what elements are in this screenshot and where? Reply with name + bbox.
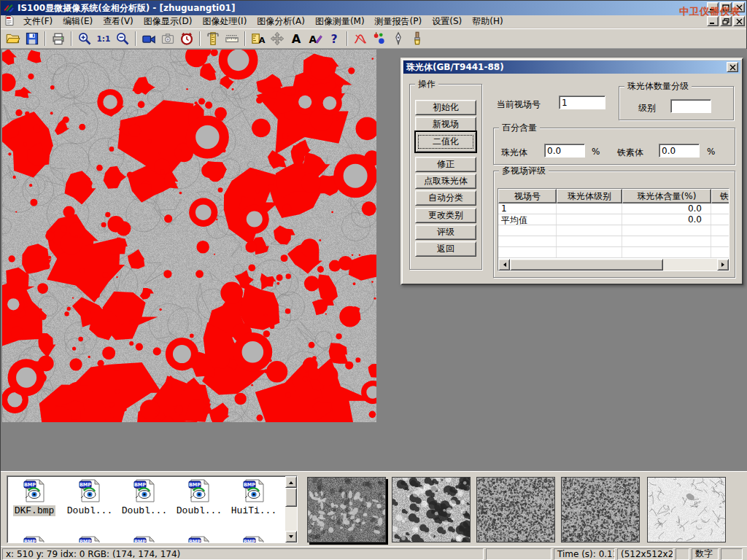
thumbnail-3[interactable] bbox=[561, 477, 640, 542]
dialog-close-icon[interactable] bbox=[727, 62, 738, 72]
scroll-left-icon[interactable] bbox=[498, 259, 510, 271]
op-button-6[interactable]: 更改类别 bbox=[415, 208, 476, 223]
op-button-2[interactable]: 二值化 bbox=[415, 131, 476, 152]
file-list-scrollbar[interactable] bbox=[285, 476, 297, 542]
file-item-1[interactable]: BMPDoubl... bbox=[63, 478, 116, 516]
op-button-7[interactable]: 评级 bbox=[415, 225, 476, 240]
pearlite-percent-input[interactable]: 0.0 bbox=[544, 144, 585, 158]
op-button-1[interactable]: 新视场 bbox=[415, 117, 476, 132]
measure-text-icon[interactable]: A bbox=[249, 30, 268, 47]
rating-table-cell bbox=[498, 247, 557, 257]
scroll-thumb[interactable] bbox=[510, 259, 663, 271]
child-close-button[interactable] bbox=[733, 16, 745, 26]
file-item-2[interactable]: BMPDoubl... bbox=[118, 478, 171, 516]
scroll-up-icon[interactable] bbox=[285, 476, 297, 488]
thumbnail-0[interactable] bbox=[307, 477, 386, 542]
application-window: IS100显微摄像系统(金相分析版) - [zhuguangti01] 中卫仪器… bbox=[0, 0, 747, 560]
rating-table-cell bbox=[711, 225, 729, 236]
document-icon[interactable] bbox=[4, 15, 15, 28]
bottom-panel: BMPDKF.bmpBMPDoubl...BMPDoubl...BMPDoubl… bbox=[1, 471, 747, 546]
rating-table-row[interactable] bbox=[498, 236, 729, 247]
title-bar: IS100显微摄像系统(金相分析版) - [zhuguangti01] bbox=[1, 1, 746, 15]
menu-item-1[interactable]: 编辑(E) bbox=[58, 15, 98, 27]
dialog-title-bar: 珠光体(GB/T9441-88) bbox=[403, 61, 740, 74]
file-item-row2-0[interactable]: BMP bbox=[8, 535, 61, 543]
timer-icon[interactable] bbox=[177, 30, 196, 47]
op-button-8[interactable]: 返回 bbox=[415, 241, 476, 257]
grade-level-input[interactable] bbox=[670, 99, 711, 113]
curve-tool-icon[interactable] bbox=[351, 30, 370, 47]
move-tool-icon[interactable] bbox=[268, 30, 287, 47]
status-blank-2 bbox=[676, 548, 689, 560]
file-item-3[interactable]: BMPDoubl... bbox=[173, 478, 225, 516]
zoom-out-icon[interactable] bbox=[113, 30, 132, 47]
child-restore-button[interactable] bbox=[720, 16, 732, 26]
op-button-0[interactable]: 初始化 bbox=[415, 100, 476, 115]
rating-table-row[interactable] bbox=[498, 225, 729, 236]
op-button-4[interactable]: 点取珠光体 bbox=[415, 174, 476, 189]
scroll-thumb[interactable] bbox=[285, 488, 297, 507]
menu-item-6[interactable]: 图像测量(M) bbox=[310, 15, 370, 27]
file-item-0[interactable]: BMPDKF.bmp bbox=[8, 478, 61, 516]
thumbnail-4[interactable] bbox=[647, 477, 726, 542]
rating-table-cell bbox=[711, 247, 729, 257]
rating-table-row[interactable]: 平均值0.0 bbox=[498, 214, 729, 225]
help-icon[interactable]: ? bbox=[325, 30, 344, 47]
menu-item-3[interactable]: 图像显示(D) bbox=[139, 15, 198, 27]
child-minimize-button[interactable] bbox=[707, 16, 719, 26]
bmp-file-icon: BMP bbox=[187, 495, 212, 505]
menu-item-4[interactable]: 图像处理(I) bbox=[197, 15, 252, 27]
menu-item-2[interactable]: 查看(V) bbox=[98, 15, 139, 27]
grade-group-label: 珠光体数量分级 bbox=[624, 81, 692, 91]
thumbnail-1[interactable] bbox=[392, 477, 471, 542]
file-item-row2-2[interactable]: BMP bbox=[118, 535, 171, 543]
scroll-track[interactable] bbox=[285, 507, 297, 531]
actual-size-icon[interactable]: 1:1 bbox=[94, 30, 113, 47]
scroll-down-icon[interactable] bbox=[285, 531, 297, 542]
rating-table-row[interactable]: 10.0 bbox=[498, 203, 729, 214]
print-icon[interactable] bbox=[49, 30, 68, 47]
save-icon[interactable] bbox=[23, 30, 42, 47]
menu-item-8[interactable]: 设置(S) bbox=[427, 15, 467, 27]
op-button-5[interactable]: 自动分类 bbox=[415, 190, 476, 206]
toolbar: 1:1AAA? bbox=[1, 28, 746, 49]
scroll-track[interactable] bbox=[663, 259, 717, 271]
brush-icon[interactable] bbox=[408, 30, 427, 47]
metallographic-image[interactable] bbox=[2, 50, 376, 422]
menu-item-0[interactable]: 文件(F) bbox=[18, 15, 58, 27]
menu-bar: 文件(F)编辑(E)查看(V)图像显示(D)图像处理(I)图像分析(A)图像测量… bbox=[1, 15, 746, 28]
photo-camera-icon[interactable] bbox=[158, 30, 177, 47]
open-icon[interactable] bbox=[4, 30, 23, 47]
rating-table-cell bbox=[498, 236, 557, 246]
menu-item-7[interactable]: 测量报告(P) bbox=[370, 15, 427, 27]
status-mode: 数字 bbox=[692, 548, 719, 560]
annotate-icon[interactable]: A bbox=[306, 30, 325, 47]
zoom-in-icon[interactable] bbox=[75, 30, 94, 47]
text-icon[interactable]: A bbox=[287, 30, 306, 47]
file-item-row2-4[interactable]: BMP bbox=[228, 535, 280, 543]
svg-text:A: A bbox=[309, 34, 317, 45]
caliper-icon[interactable] bbox=[204, 30, 222, 47]
maximize-button[interactable] bbox=[720, 2, 732, 12]
video-camera-icon[interactable] bbox=[139, 30, 158, 47]
rating-table-cell bbox=[622, 236, 711, 246]
classify-icon[interactable] bbox=[370, 30, 389, 47]
table-horizontal-scrollbar[interactable] bbox=[498, 259, 729, 271]
menu-item-5[interactable]: 图像分析(A) bbox=[252, 15, 310, 27]
rating-table-row[interactable] bbox=[498, 247, 729, 258]
pen-icon[interactable] bbox=[389, 30, 408, 47]
minimize-button[interactable] bbox=[707, 2, 719, 12]
file-item-4[interactable]: BMPHuiTi... bbox=[228, 478, 280, 516]
ruler-icon[interactable] bbox=[222, 30, 241, 47]
op-button-3[interactable]: 修正 bbox=[415, 157, 476, 172]
svg-text:BMP: BMP bbox=[244, 482, 255, 488]
file-item-row2-1[interactable]: BMP bbox=[63, 535, 116, 543]
grade-level-label: 级别 bbox=[638, 102, 656, 114]
file-item-row2-3[interactable]: BMP bbox=[173, 535, 225, 543]
close-button[interactable] bbox=[733, 2, 745, 12]
menu-item-9[interactable]: 帮助(H) bbox=[467, 15, 508, 27]
thumbnail-2[interactable] bbox=[476, 477, 555, 542]
current-field-input[interactable]: 1 bbox=[559, 96, 605, 109]
ferrite-percent-input[interactable]: 0.0 bbox=[659, 144, 700, 158]
scroll-right-icon[interactable] bbox=[717, 259, 729, 271]
